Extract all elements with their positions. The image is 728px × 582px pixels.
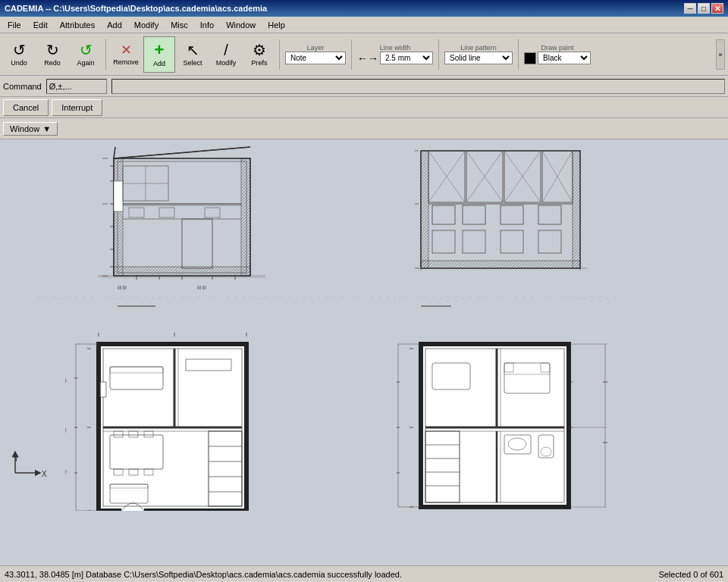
svg-rect-4 — [114, 158, 123, 276]
svg-text:X: X — [42, 470, 47, 478]
sep3 — [351, 39, 352, 70]
menu-misc[interactable]: Misc — [165, 17, 194, 33]
svg-text:Y: Y — [14, 455, 19, 463]
svg-rect-39 — [573, 151, 580, 268]
linewidth-combo[interactable]: Line width ←→ 2.5 mm — [357, 36, 433, 73]
again-icon: ↺ — [80, 42, 93, 58]
drawpaint-select[interactable]: Black — [538, 52, 591, 64]
undo-button[interactable]: ↺ Undo — [3, 36, 35, 73]
linepattern-select[interactable]: Solid line — [444, 52, 513, 64]
cancel-button[interactable]: Cancel — [3, 99, 49, 116]
svg-text:├: ├ — [64, 469, 67, 474]
undo-icon: ↺ — [13, 42, 26, 58]
menu-info[interactable]: Info — [194, 17, 220, 33]
close-button[interactable]: ✕ — [711, 3, 723, 14]
minimize-button[interactable]: ─ — [684, 3, 696, 14]
svg-rect-60 — [500, 230, 523, 253]
drawing-bottomleft: Планировка ├ ├ ├ — [64, 333, 246, 511]
svg-rect-57 — [538, 205, 561, 224]
sep2 — [279, 39, 280, 70]
drawing-topleft: |||| |||| |||| |||| — [99, 147, 265, 289]
svg-text:├: ├ — [64, 378, 67, 383]
menu-add[interactable]: Add — [101, 17, 128, 33]
svg-text:||||  ||||: |||| |||| — [118, 285, 127, 289]
svg-rect-5 — [241, 158, 250, 276]
maximize-button[interactable]: □ — [698, 3, 710, 14]
interrupt-button[interactable]: Interrupt — [52, 99, 102, 116]
status-left: 43.3011, 38.0485 [m] Database C:\Users\S… — [5, 570, 402, 579]
dropdown-arrow: ▼ — [42, 124, 51, 133]
sep1 — [105, 39, 106, 70]
menu-file[interactable]: File — [2, 17, 27, 33]
svg-text:||||  ||||: |||| |||| — [197, 285, 206, 289]
layer-combo[interactable]: Layer Note — [285, 36, 346, 73]
canvas-area[interactable]: |||| |||| |||| |||| — [0, 139, 728, 565]
prefs-button[interactable]: ⚙ Prefs — [243, 36, 275, 73]
menu-modify[interactable]: Modify — [128, 17, 165, 33]
layer-select[interactable]: Note — [285, 52, 346, 64]
title-text: CADEMIA -- C:\Users\Softpedia\Desktop\ac… — [5, 4, 267, 13]
svg-rect-40 — [421, 261, 580, 268]
prefs-icon: ⚙ — [253, 42, 266, 58]
toolbar: ↺ Undo ↻ Redo ↺ Again ✕ Remove + Add ↖ S… — [0, 33, 728, 76]
titlebar: CADEMIA -- C:\Users\Softpedia\Desktop\ac… — [0, 0, 728, 17]
svg-rect-36 — [205, 208, 220, 217]
menu-edit[interactable]: Edit — [27, 17, 54, 33]
sep5 — [518, 39, 519, 70]
svg-rect-35 — [159, 208, 174, 217]
statusbar: 43.3011, 38.0485 [m] Database C:\Users\S… — [0, 565, 728, 582]
commandbar: Command — [0, 76, 728, 97]
window-bar: Window ▼ — [0, 118, 728, 139]
linepattern-combo[interactable]: Line pattern Solid line — [444, 36, 513, 73]
command-input[interactable] — [46, 79, 107, 94]
actionbar: Cancel Interrupt — [0, 97, 728, 118]
drawpaint-label: Draw paint — [541, 44, 573, 52]
add-icon: + — [155, 42, 165, 58]
svg-rect-34 — [129, 208, 144, 217]
svg-rect-38 — [421, 151, 428, 268]
xy-indicator: Y X — [14, 454, 47, 478]
color-swatch — [524, 52, 536, 64]
svg-rect-58 — [432, 230, 455, 253]
redo-icon: ↻ — [46, 42, 59, 58]
svg-rect-9 — [114, 181, 123, 211]
add-button[interactable]: + Add — [143, 36, 175, 73]
menu-attributes[interactable]: Attributes — [54, 17, 101, 33]
svg-rect-59 — [463, 230, 485, 253]
svg-rect-13 — [182, 219, 212, 268]
command-label: Command — [3, 82, 42, 91]
select-icon: ↖ — [187, 42, 199, 58]
window-dropdown[interactable]: Window ▼ — [3, 122, 58, 136]
again-button[interactable]: ↺ Again — [70, 36, 102, 73]
command-line[interactable] — [111, 79, 725, 94]
svg-text:├: ├ — [64, 427, 67, 433]
svg-rect-56 — [500, 205, 523, 224]
menu-window[interactable]: Window — [220, 17, 262, 33]
cad-svg: |||| |||| |||| |||| — [0, 139, 728, 511]
svg-line-14 — [114, 147, 250, 158]
linewidth-select[interactable]: 2.5 mm — [380, 52, 433, 64]
linewidth-label: Line width — [380, 44, 411, 52]
svg-rect-55 — [463, 205, 485, 224]
modify-icon: / — [224, 42, 228, 58]
toolbar-expand[interactable]: » — [716, 39, 725, 70]
drawing-topright — [415, 151, 588, 271]
redo-button[interactable]: ↻ Redo — [36, 36, 68, 73]
titlebar-controls: ─ □ ✕ — [684, 3, 723, 14]
sep4 — [438, 39, 439, 70]
status-right: Selected 0 of 601 — [658, 570, 723, 579]
remove-icon: ✕ — [121, 43, 132, 57]
linepattern-label: Line pattern — [460, 44, 497, 52]
svg-rect-61 — [538, 230, 561, 253]
remove-button[interactable]: ✕ Remove — [110, 36, 142, 73]
select-button[interactable]: ↖ Select — [177, 36, 209, 73]
menu-help[interactable]: Help — [262, 17, 291, 33]
svg-rect-54 — [432, 205, 455, 224]
drawing-bottomright: Планировка — [397, 344, 607, 511]
layer-label: Layer — [307, 44, 325, 52]
svg-rect-116 — [421, 344, 569, 507]
drawpaint-combo[interactable]: Draw paint Black — [524, 36, 591, 73]
menubar: File Edit Attributes Add Modify Misc Inf… — [0, 17, 728, 33]
cad-canvas[interactable]: |||| |||| |||| |||| — [0, 139, 728, 565]
modify-button[interactable]: / Modify — [210, 36, 242, 73]
